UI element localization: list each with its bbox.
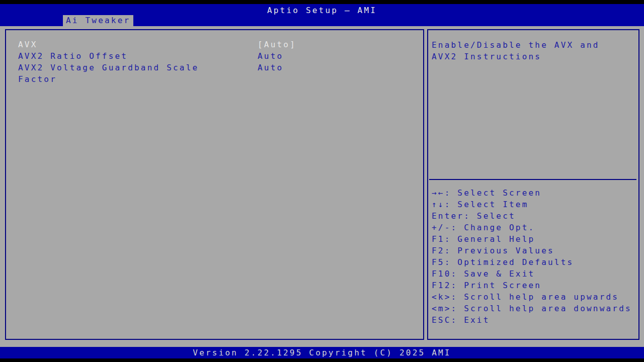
title-bar: Aptio Setup – AMI Ai Tweaker: [0, 4, 644, 26]
settings-panel: AVX [Auto] AVX2 Ratio Offset Auto AVX2 V…: [5, 29, 424, 340]
legend-f12-print-screen: F12: Print Screen: [432, 280, 637, 291]
help-text-line: AVX2 Instructions: [432, 51, 635, 62]
legend-f1-general-help: F1: General Help: [432, 233, 637, 245]
version-text: Version 2.22.1295 Copyright (C) 2025 AMI: [0, 347, 644, 358]
legend-divider: [429, 179, 636, 180]
top-black-strip: [0, 0, 644, 4]
legend-change-opt: +/-: Change Opt.: [432, 222, 637, 233]
legend-select-item: ↑↓: Select Item: [432, 199, 637, 210]
help-text-line: Enable/Disable the AVX and: [432, 39, 635, 51]
help-text: Enable/Disable the AVX and AVX2 Instruct…: [432, 39, 635, 62]
setting-label: AVX2 Ratio Offset: [18, 50, 258, 62]
footer-bar: Version 2.22.1295 Copyright (C) 2025 AMI: [0, 347, 644, 358]
setting-row-avx2-ratio-offset[interactable]: AVX2 Ratio Offset Auto: [18, 50, 258, 62]
setting-row-avx2-voltage-guardband-wrap[interactable]: Factor: [18, 73, 258, 85]
legend-select-screen: →←: Select Screen: [432, 187, 637, 199]
legend-esc-exit: ESC: Exit: [432, 314, 637, 326]
setting-row-avx2-voltage-guardband[interactable]: AVX2 Voltage Guardband Scale Auto: [18, 62, 258, 73]
bios-setup-screen: Aptio Setup – AMI Ai Tweaker AVX [Auto] …: [0, 0, 644, 362]
setting-label-continuation: Factor: [18, 73, 258, 85]
legend-enter-select: Enter: Select: [432, 210, 637, 222]
legend-f5-optimized-defaults: F5: Optimized Defaults: [432, 256, 637, 268]
bottom-black-strip: [0, 358, 644, 362]
legend-f2-previous-values: F2: Previous Values: [432, 245, 637, 256]
tab-ai-tweaker[interactable]: Ai Tweaker: [63, 15, 133, 26]
setting-value[interactable]: Auto: [258, 50, 283, 62]
setting-label: AVX2 Voltage Guardband Scale: [18, 62, 258, 73]
page-title: Aptio Setup – AMI: [0, 5, 644, 16]
legend-f10-save-exit: F10: Save & Exit: [432, 268, 637, 280]
help-panel: Enable/Disable the AVX and AVX2 Instruct…: [427, 29, 639, 340]
setting-row-avx[interactable]: AVX [Auto]: [18, 39, 258, 50]
legend-scroll-down: <m>: Scroll help area downwards: [432, 303, 637, 314]
setting-label: AVX: [18, 39, 258, 50]
setting-value[interactable]: [Auto]: [258, 39, 296, 50]
setting-value[interactable]: Auto: [258, 62, 283, 73]
key-legend: →←: Select Screen ↑↓: Select Item Enter:…: [432, 187, 637, 326]
legend-scroll-up: <k>: Scroll help area upwards: [432, 291, 637, 303]
